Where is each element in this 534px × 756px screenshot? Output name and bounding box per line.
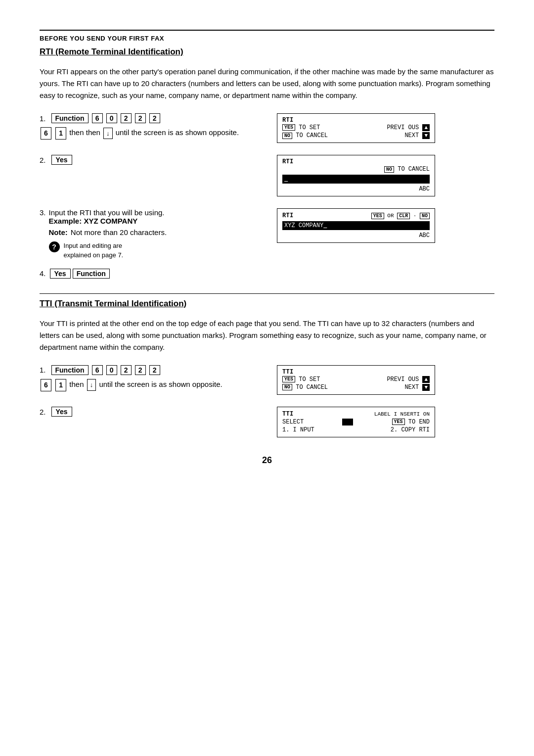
rti-lcd1-down-arrow: ▼ — [422, 132, 430, 139]
tti-lcd2-copy-rti: 2. COPY RTI — [391, 426, 430, 433]
tti-step1-function-key[interactable]: Function — [51, 365, 89, 375]
rti-question-line1: Input and editing are — [64, 242, 123, 249]
rti-step1-number: 1. — [40, 114, 46, 123]
rti-step1-arrow-key[interactable]: ↓ — [103, 128, 113, 140]
rti-lcd1: RTI YES TO SET PREVI OUS ▲ NO TO CANCEL … — [277, 113, 435, 143]
rti-lcd1-yes-box: YES — [282, 124, 295, 131]
rti-lcd2-row3: ABC — [282, 185, 430, 193]
rti-lcd3-yes-box: YES — [371, 213, 384, 219]
tti-step2-left: 2. Yes — [40, 407, 277, 420]
rti-lcd2-abc: ABC — [419, 186, 430, 192]
tti-lcd2-yes-to-end: YES TO END — [392, 419, 430, 425]
rti-step1-key-2b[interactable]: 2 — [135, 113, 146, 123]
rti-step1-key-0[interactable]: 0 — [106, 113, 117, 123]
rti-step2-yes-key[interactable]: Yes — [51, 155, 72, 165]
rti-lcd1-next: NEXT ▼ — [404, 132, 430, 139]
tti-step1-key-0[interactable]: 0 — [106, 365, 117, 375]
tti-lcd1-next: NEXT ▼ — [404, 384, 430, 391]
rti-lcd1-previous: PREVI OUS ▲ — [387, 124, 430, 131]
rti-step3-lcd: RTI YES OR CLR · NO XYZ COMPANY ABC — [277, 208, 494, 246]
rti-step1-key-6[interactable]: 6 — [92, 113, 103, 123]
rti-step3-main-text: Input the RTI that you will be using. — [49, 208, 167, 217]
tti-lcd1-row2: NO TO CANCEL NEXT ▼ — [282, 383, 430, 391]
rti-step3-text-block: Input the RTI that you will be using. Ex… — [49, 208, 167, 259]
rti-lcd3-abc: ABC — [419, 232, 430, 239]
tti-step1-sub: 6 1 then ↓ until the screen is as shown … — [40, 379, 265, 391]
rti-lcd2-no-box: NO — [384, 166, 394, 173]
rti-step3-row: 3. Input the RTI that you will be using.… — [40, 208, 494, 259]
tti-lcd1-label: TTI — [282, 369, 430, 376]
tti-lcd2-yes-box: YES — [392, 419, 405, 425]
section-header-line: BEFORE YOU SEND YOUR FIRST FAX — [40, 30, 494, 42]
rti-step1-row: 1. Function 6 0 2 2 2 6 1 then then ↓ un… — [40, 113, 494, 146]
rti-step3-left: 3. Input the RTI that you will be using.… — [40, 208, 277, 259]
rti-lcd2: RTI NO TO CANCEL ABC — [277, 155, 435, 196]
tti-step1-row: 1. Function 6 0 2 2 2 6 1 then ↓ until t… — [40, 365, 494, 398]
tti-lcd2-row2: SELECT YES TO END — [282, 418, 430, 426]
rti-title: RTI (Remote Terminal Identification) — [40, 47, 494, 57]
rti-step1-function-key[interactable]: Function — [51, 113, 89, 123]
rti-lcd1-no-box: NO — [282, 133, 292, 139]
question-icon: ? — [49, 241, 60, 252]
rti-step3-number: 3. — [40, 208, 46, 217]
rti-question-line2: explained on page 7. — [64, 251, 124, 259]
tti-body-text: Your TTI is printed at the other end on … — [40, 318, 494, 353]
tti-step1-number: 1. — [40, 366, 46, 374]
rti-note: Note: Not more than 20 characters. — [49, 228, 167, 236]
tti-lcd1-yes-to-set: YES TO SET — [282, 376, 320, 383]
rti-step1-key-2a[interactable]: 2 — [121, 113, 132, 123]
rti-step3-content: 3. Input the RTI that you will be using.… — [40, 208, 265, 259]
tti-lcd1-previous: PREVI OUS ▲ — [387, 376, 430, 383]
rti-step1-sub-key6[interactable]: 6 — [41, 127, 51, 140]
tti-step2-key-row: 2. Yes — [40, 407, 265, 417]
rti-lcd3-options: YES OR CLR · NO — [371, 213, 430, 219]
rti-lcd2-no-cancel: NO TO CANCEL — [384, 166, 430, 173]
rti-step3-example: Example: XYZ COMPANY — [49, 217, 167, 225]
tti-step1-lcd: TTI YES TO SET PREVI OUS ▲ NO TO CANCEL … — [277, 365, 494, 398]
tti-lcd2-select-box — [342, 419, 353, 425]
section-header-label: BEFORE YOU SEND YOUR FIRST FAX — [40, 35, 164, 42]
rti-step2-number: 2. — [40, 156, 46, 164]
tti-step1-sub-key1[interactable]: 1 — [55, 379, 66, 391]
rti-lcd1-up-arrow: ▲ — [422, 124, 430, 131]
tti-step1-key-2a[interactable]: 2 — [121, 365, 132, 375]
tti-step1-key-2c[interactable]: 2 — [149, 365, 160, 375]
rti-step2-lcd: RTI NO TO CANCEL ABC — [277, 155, 494, 199]
rti-step4-yes-key[interactable]: Yes — [50, 269, 71, 279]
tti-step1-key-2b[interactable]: 2 — [135, 365, 146, 375]
rti-step1-sub-key1[interactable]: 1 — [55, 127, 66, 140]
rti-lcd3-row1: RTI YES OR CLR · NO — [282, 212, 430, 220]
tti-lcd2-row0: TTI LABEL I NSERTI ON — [282, 410, 430, 418]
rti-lcd1-yes-to-set: YES TO SET — [282, 124, 320, 131]
tti-lcd2-row3: 1. I NPUT 2. COPY RTI — [282, 426, 430, 434]
rti-lcd2-label: RTI — [282, 158, 430, 165]
tti-step2-yes-key[interactable]: Yes — [51, 407, 72, 417]
rti-step2-key-row: 2. Yes — [40, 155, 265, 165]
tti-title: TTI (Transmit Terminal Identification) — [40, 299, 494, 309]
tti-section-divider — [40, 293, 494, 294]
rti-lcd3-row3: ABC — [282, 232, 430, 239]
tti-lcd1-no-to-cancel: NO TO CANCEL — [282, 384, 328, 391]
rti-question-text: Input and editing are explained on page … — [64, 241, 124, 259]
tti-step1-key-row: 1. Function 6 0 2 2 2 — [40, 365, 265, 375]
tti-lcd2: TTI LABEL I NSERTI ON SELECT YES TO END … — [277, 407, 435, 437]
tti-step1-arrow-key[interactable]: ↓ — [87, 379, 96, 391]
rti-step4-number: 4. — [40, 269, 46, 278]
rti-step1-sub: 6 1 then then ↓ until the screen is as s… — [40, 127, 265, 140]
tti-lcd1-row1: YES TO SET PREVI OUS ▲ — [282, 376, 430, 383]
rti-lcd1-row2: NO TO CANCEL NEXT ▼ — [282, 132, 430, 140]
tti-step1-sub-key6[interactable]: 6 — [41, 379, 51, 391]
rti-lcd1-label: RTI — [282, 117, 430, 124]
rti-lcd2-black-bar — [282, 175, 430, 184]
rti-lcd2-cursor — [284, 176, 288, 183]
rti-lcd1-no-to-cancel: NO TO CANCEL — [282, 132, 328, 139]
tti-lcd1-yes-box: YES — [282, 376, 295, 382]
page-number: 26 — [40, 455, 494, 466]
rti-lcd3-label: RTI — [282, 212, 294, 219]
rti-step4-function-key[interactable]: Function — [73, 269, 110, 279]
tti-step1-key-6[interactable]: 6 — [92, 365, 103, 375]
tti-step1-left: 1. Function 6 0 2 2 2 6 1 then ↓ until t… — [40, 365, 277, 391]
rti-step1-lcd: RTI YES TO SET PREVI OUS ▲ NO TO CANCEL … — [277, 113, 494, 146]
rti-step1-then: then — [69, 128, 84, 137]
rti-step1-key-2c[interactable]: 2 — [149, 113, 160, 123]
